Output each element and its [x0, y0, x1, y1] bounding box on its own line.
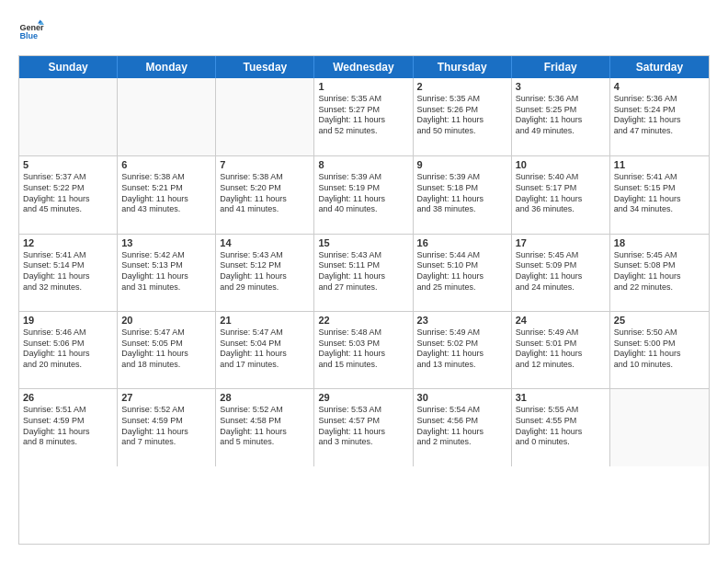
day-number: 12: [23, 237, 113, 248]
day-cell-10: 10Sunrise: 5:40 AM Sunset: 5:17 PM Dayli…: [512, 156, 610, 233]
week-row-4: 26Sunrise: 5:51 AM Sunset: 4:59 PM Dayli…: [19, 388, 709, 465]
day-number: 4: [614, 81, 705, 92]
empty-cell-0-0: [19, 78, 118, 155]
day-cell-15: 15Sunrise: 5:43 AM Sunset: 5:11 PM Dayli…: [314, 235, 413, 311]
day-cell-4: 4Sunrise: 5:36 AM Sunset: 5:24 PM Daylig…: [610, 78, 709, 155]
day-cell-18: 18Sunrise: 5:45 AM Sunset: 5:08 PM Dayli…: [610, 235, 709, 311]
day-cell-23: 23Sunrise: 5:49 AM Sunset: 5:02 PM Dayli…: [414, 312, 512, 388]
day-info: Sunrise: 5:43 AM Sunset: 5:12 PM Dayligh…: [220, 250, 310, 293]
day-header-sunday: Sunday: [19, 56, 118, 78]
day-number: 28: [220, 392, 310, 403]
day-info: Sunrise: 5:45 AM Sunset: 5:09 PM Dayligh…: [516, 250, 606, 293]
week-row-3: 19Sunrise: 5:46 AM Sunset: 5:06 PM Dayli…: [19, 311, 709, 388]
week-row-2: 12Sunrise: 5:41 AM Sunset: 5:14 PM Dayli…: [19, 234, 709, 311]
day-number: 8: [318, 159, 408, 170]
day-cell-13: 13Sunrise: 5:42 AM Sunset: 5:13 PM Dayli…: [118, 235, 216, 311]
day-cell-24: 24Sunrise: 5:49 AM Sunset: 5:01 PM Dayli…: [512, 312, 610, 388]
calendar-body: 1Sunrise: 5:35 AM Sunset: 5:27 PM Daylig…: [19, 78, 709, 544]
empty-cell-4-6: [610, 389, 709, 465]
day-cell-27: 27Sunrise: 5:52 AM Sunset: 4:59 PM Dayli…: [118, 389, 216, 465]
day-number: 6: [121, 159, 211, 170]
day-cell-31: 31Sunrise: 5:55 AM Sunset: 4:55 PM Dayli…: [512, 389, 610, 465]
day-number: 31: [516, 392, 606, 403]
day-info: Sunrise: 5:37 AM Sunset: 5:22 PM Dayligh…: [23, 172, 113, 215]
day-cell-22: 22Sunrise: 5:48 AM Sunset: 5:03 PM Dayli…: [314, 312, 413, 388]
day-header-saturday: Saturday: [610, 56, 709, 78]
week-row-0: 1Sunrise: 5:35 AM Sunset: 5:27 PM Daylig…: [19, 78, 709, 155]
day-number: 13: [121, 237, 211, 248]
day-cell-19: 19Sunrise: 5:46 AM Sunset: 5:06 PM Dayli…: [19, 312, 118, 388]
day-number: 2: [417, 81, 507, 92]
day-info: Sunrise: 5:47 AM Sunset: 5:05 PM Dayligh…: [121, 327, 211, 371]
day-cell-30: 30Sunrise: 5:54 AM Sunset: 4:56 PM Dayli…: [414, 389, 512, 465]
page: General Blue SundayMondayTuesdayWednesda…: [0, 0, 728, 563]
day-number: 23: [417, 315, 507, 326]
day-number: 19: [23, 315, 113, 326]
day-info: Sunrise: 5:46 AM Sunset: 5:06 PM Dayligh…: [23, 327, 113, 371]
day-info: Sunrise: 5:47 AM Sunset: 5:04 PM Dayligh…: [220, 327, 310, 371]
day-info: Sunrise: 5:39 AM Sunset: 5:18 PM Dayligh…: [417, 172, 507, 215]
day-cell-29: 29Sunrise: 5:53 AM Sunset: 4:57 PM Dayli…: [314, 389, 413, 465]
day-cell-16: 16Sunrise: 5:44 AM Sunset: 5:10 PM Dayli…: [414, 235, 512, 311]
day-number: 22: [318, 315, 408, 326]
calendar: SundayMondayTuesdayWednesdayThursdayFrid…: [18, 55, 710, 545]
day-info: Sunrise: 5:51 AM Sunset: 4:59 PM Dayligh…: [23, 405, 113, 448]
day-info: Sunrise: 5:54 AM Sunset: 4:56 PM Dayligh…: [417, 405, 507, 448]
day-cell-26: 26Sunrise: 5:51 AM Sunset: 4:59 PM Dayli…: [19, 389, 118, 465]
day-header-thursday: Thursday: [414, 56, 512, 78]
day-number: 1: [318, 81, 408, 92]
day-info: Sunrise: 5:50 AM Sunset: 5:00 PM Dayligh…: [614, 327, 705, 371]
day-info: Sunrise: 5:42 AM Sunset: 5:13 PM Dayligh…: [121, 250, 211, 293]
day-cell-6: 6Sunrise: 5:38 AM Sunset: 5:21 PM Daylig…: [118, 156, 216, 233]
day-info: Sunrise: 5:52 AM Sunset: 4:58 PM Dayligh…: [220, 405, 310, 448]
day-info: Sunrise: 5:40 AM Sunset: 5:17 PM Dayligh…: [516, 172, 606, 215]
day-number: 18: [614, 237, 705, 248]
week-row-1: 5Sunrise: 5:37 AM Sunset: 5:22 PM Daylig…: [19, 155, 709, 233]
day-number: 15: [318, 237, 408, 248]
day-number: 3: [516, 81, 606, 92]
day-info: Sunrise: 5:38 AM Sunset: 5:21 PM Dayligh…: [121, 172, 211, 215]
day-info: Sunrise: 5:53 AM Sunset: 4:57 PM Dayligh…: [318, 405, 408, 448]
day-number: 7: [220, 159, 310, 170]
day-info: Sunrise: 5:35 AM Sunset: 5:27 PM Dayligh…: [318, 94, 408, 137]
day-info: Sunrise: 5:36 AM Sunset: 5:25 PM Dayligh…: [516, 94, 606, 137]
day-cell-20: 20Sunrise: 5:47 AM Sunset: 5:05 PM Dayli…: [118, 312, 216, 388]
day-info: Sunrise: 5:55 AM Sunset: 4:55 PM Dayligh…: [516, 405, 606, 448]
day-info: Sunrise: 5:52 AM Sunset: 4:59 PM Dayligh…: [121, 405, 211, 448]
day-cell-17: 17Sunrise: 5:45 AM Sunset: 5:09 PM Dayli…: [512, 235, 610, 311]
day-number: 24: [516, 315, 606, 326]
day-cell-2: 2Sunrise: 5:35 AM Sunset: 5:26 PM Daylig…: [414, 78, 512, 155]
day-cell-7: 7Sunrise: 5:38 AM Sunset: 5:20 PM Daylig…: [216, 156, 314, 233]
day-number: 27: [121, 392, 211, 403]
day-info: Sunrise: 5:49 AM Sunset: 5:02 PM Dayligh…: [417, 327, 507, 371]
day-number: 10: [516, 159, 606, 170]
empty-cell-0-1: [118, 78, 216, 155]
day-header-friday: Friday: [512, 56, 610, 78]
day-header-wednesday: Wednesday: [314, 56, 413, 78]
day-number: 9: [417, 159, 507, 170]
day-info: Sunrise: 5:39 AM Sunset: 5:19 PM Dayligh…: [318, 172, 408, 215]
day-cell-14: 14Sunrise: 5:43 AM Sunset: 5:12 PM Dayli…: [216, 235, 314, 311]
empty-cell-0-2: [216, 78, 314, 155]
day-cell-12: 12Sunrise: 5:41 AM Sunset: 5:14 PM Dayli…: [19, 235, 118, 311]
day-info: Sunrise: 5:48 AM Sunset: 5:03 PM Dayligh…: [318, 327, 408, 371]
day-info: Sunrise: 5:41 AM Sunset: 5:15 PM Dayligh…: [614, 172, 705, 215]
day-info: Sunrise: 5:43 AM Sunset: 5:11 PM Dayligh…: [318, 250, 408, 293]
logo-icon: General Blue: [18, 18, 44, 44]
day-number: 17: [516, 237, 606, 248]
day-cell-11: 11Sunrise: 5:41 AM Sunset: 5:15 PM Dayli…: [610, 156, 709, 233]
day-number: 29: [318, 392, 408, 403]
day-number: 14: [220, 237, 310, 248]
day-cell-3: 3Sunrise: 5:36 AM Sunset: 5:25 PM Daylig…: [512, 78, 610, 155]
calendar-header: SundayMondayTuesdayWednesdayThursdayFrid…: [19, 56, 709, 78]
day-cell-25: 25Sunrise: 5:50 AM Sunset: 5:00 PM Dayli…: [610, 312, 709, 388]
day-cell-8: 8Sunrise: 5:39 AM Sunset: 5:19 PM Daylig…: [314, 156, 413, 233]
svg-text:Blue: Blue: [19, 31, 38, 40]
day-number: 21: [220, 315, 310, 326]
day-cell-9: 9Sunrise: 5:39 AM Sunset: 5:18 PM Daylig…: [414, 156, 512, 233]
day-info: Sunrise: 5:41 AM Sunset: 5:14 PM Dayligh…: [23, 250, 113, 293]
day-number: 16: [417, 237, 507, 248]
day-number: 5: [23, 159, 113, 170]
day-header-tuesday: Tuesday: [216, 56, 314, 78]
day-info: Sunrise: 5:38 AM Sunset: 5:20 PM Dayligh…: [220, 172, 310, 215]
